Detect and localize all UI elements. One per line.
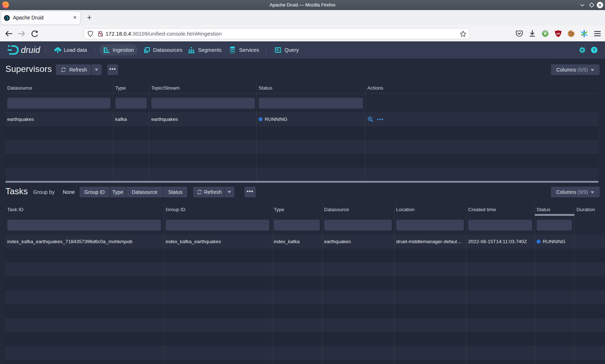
svg-text:uO: uO <box>556 32 560 35</box>
svg-text:druid: druid <box>21 45 40 55</box>
svg-text:?: ? <box>593 47 596 53</box>
